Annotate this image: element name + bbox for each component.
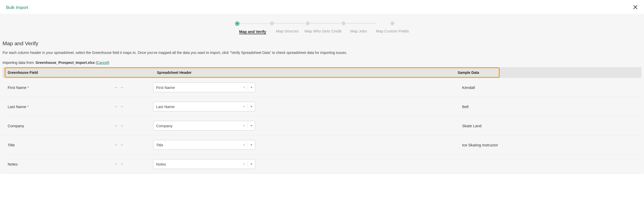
select-clear-icon[interactable]: × — [241, 143, 247, 147]
field-name-cell: First Name * — [8, 85, 115, 90]
required-asterisk: * — [27, 104, 29, 109]
select-value: Title — [156, 143, 241, 147]
mapping-arrows-icon: ← → — [115, 85, 153, 89]
col-header-field: Greenhouse Field — [8, 71, 157, 75]
step-connector — [310, 23, 340, 24]
step-label: Map Jobs — [350, 29, 367, 33]
select-divider — [248, 142, 248, 148]
step-dot-icon — [342, 21, 345, 25]
select-value: First Name — [156, 85, 241, 90]
field-label: Company — [8, 124, 24, 128]
close-icon[interactable] — [633, 5, 638, 11]
modal-body: Map and Verify Map Sources Map Who Gets … — [0, 14, 644, 174]
field-name-cell: Notes — [8, 162, 115, 166]
step-label: Map Custom Fields — [376, 29, 409, 33]
sample-data-cell: Kendall — [462, 85, 636, 90]
field-label: Title — [8, 143, 15, 147]
spreadsheet-header-select[interactable]: Company × — [153, 121, 255, 131]
step-map-custom-fields[interactable]: Map Custom Fields — [376, 21, 409, 33]
select-clear-icon[interactable]: × — [241, 124, 247, 128]
cancel-import-link[interactable]: Cancel — [97, 61, 108, 65]
section-description: For each column header in your spreadshe… — [3, 50, 641, 55]
step-map-who-gets-credit[interactable]: Map Who Gets Credit — [305, 21, 341, 33]
chevron-down-icon[interactable] — [250, 87, 252, 88]
step-dot-icon — [391, 21, 394, 25]
step-map-and-verify[interactable]: Map and Verify — [235, 21, 270, 34]
table-header-wrap: Greenhouse Field Spreadsheet Header Samp… — [3, 67, 641, 78]
step-map-jobs[interactable]: Map Jobs — [342, 21, 376, 33]
select-cell: Company × — [153, 121, 462, 131]
mapping-arrows-icon: ← → — [115, 104, 153, 109]
chevron-down-icon[interactable] — [250, 164, 252, 165]
mapping-arrows-icon: ← → — [115, 162, 153, 166]
step-label: Map Sources — [276, 29, 299, 33]
table-row: Company ← → Company × Skate Land — [3, 116, 641, 135]
field-label: Notes — [8, 162, 18, 166]
modal-header: Bulk Import — [0, 0, 644, 14]
select-value: Last Name — [156, 104, 241, 109]
sample-data-cell: Bell — [462, 104, 636, 109]
field-label: Last Name — [8, 104, 26, 109]
mapping-arrows-icon: ← → — [115, 143, 153, 147]
spreadsheet-header-select[interactable]: Last Name × — [153, 102, 255, 111]
field-name-cell: Last Name * — [8, 104, 115, 109]
required-asterisk: * — [28, 85, 29, 90]
chevron-down-icon[interactable] — [250, 125, 252, 126]
import-source-line: Importing data from: Greenhouse_Prospect… — [3, 61, 641, 65]
table-header-row: Greenhouse Field Spreadsheet Header Samp… — [3, 67, 641, 78]
step-dot-icon — [235, 21, 239, 26]
paren-close: ) — [108, 61, 109, 65]
step-connector — [239, 23, 270, 24]
step-dot-icon — [306, 21, 310, 25]
modal-title: Bulk Import — [6, 5, 28, 10]
col-header-sample: Sample Data — [458, 71, 636, 75]
import-filename: Greenhouse_Prospect_Import.xlsx — [35, 61, 95, 65]
select-clear-icon[interactable]: × — [241, 85, 247, 89]
field-name-cell: Title — [8, 143, 115, 147]
select-cell: First Name × — [153, 83, 462, 92]
select-clear-icon[interactable]: × — [241, 162, 247, 166]
step-label: Map Who Gets Credit — [305, 29, 341, 33]
select-divider — [248, 85, 248, 90]
select-clear-icon[interactable]: × — [241, 104, 247, 109]
sample-data-cell: Ice Skating Instructor — [462, 143, 636, 147]
step-connector — [345, 23, 376, 24]
select-cell: Last Name × — [153, 102, 462, 111]
section-title: Map and Verify — [3, 40, 641, 46]
select-divider — [248, 104, 248, 109]
chevron-down-icon[interactable] — [250, 106, 252, 107]
col-header-spreadsheet: Spreadsheet Header — [157, 71, 458, 75]
mapping-arrows-icon: ← → — [115, 124, 153, 128]
select-cell: Title × — [153, 140, 462, 150]
import-prefix: Importing data from: — [3, 61, 35, 65]
step-label: Map and Verify — [239, 29, 266, 34]
spreadsheet-header-select[interactable]: Notes × — [153, 159, 255, 169]
select-cell: Notes × — [153, 159, 462, 169]
select-value: Notes — [156, 162, 241, 166]
table-row: First Name * ← → First Name × Kendall — [3, 78, 641, 97]
content-area: Map and Verify For each column header in… — [0, 39, 644, 174]
select-divider — [248, 161, 248, 167]
spreadsheet-header-select[interactable]: Title × — [153, 140, 255, 150]
chevron-down-icon[interactable] — [250, 144, 252, 146]
table-row: Last Name * ← → Last Name × Bell — [3, 97, 641, 116]
step-dot-icon — [270, 21, 274, 25]
spreadsheet-header-select[interactable]: First Name × — [153, 83, 255, 92]
table-row: Title ← → Title × Ice Skating Instructor — [3, 135, 641, 155]
table-row: Notes ← → Notes × — [3, 155, 641, 174]
select-value: Company — [156, 124, 241, 128]
sample-data-cell: Skate Land — [462, 124, 636, 128]
stepper: Map and Verify Map Sources Map Who Gets … — [0, 14, 644, 39]
select-divider — [248, 123, 248, 129]
step-connector — [274, 23, 305, 24]
field-name-cell: Company — [8, 124, 115, 128]
field-label: First Name — [8, 85, 26, 90]
step-map-sources[interactable]: Map Sources — [270, 21, 305, 33]
